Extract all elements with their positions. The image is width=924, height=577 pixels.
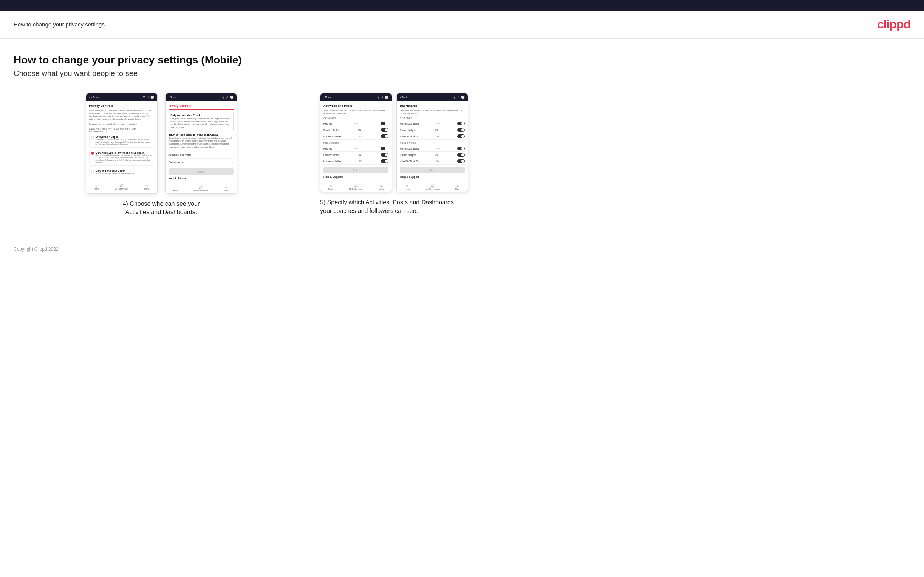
screen4-what-to-work-coaches-toggle[interactable] [457,134,465,138]
menu-icon-4: ⚪ [461,95,465,99]
top-bar [0,0,924,11]
screen4-mockup: ‹ Back ⚲ ♬ ⚪ Dashboards Select the dashb… [396,93,468,192]
radio-approved-title: Only Approved Followers and Your Coach [95,152,152,154]
screen4-nav: ‹ Back ⚲ ♬ ⚪ [397,93,468,101]
screen3-nav-icons: ⚲ ♬ ⚪ [377,95,388,99]
screen2-activities-item[interactable]: Activities and Posts › [168,151,234,159]
screen1-back[interactable]: ‹ < Back [89,96,99,98]
search-icon-3: ⚲ [377,95,380,99]
tab-performance-1[interactable]: 📈 My Performance [115,184,129,190]
screen2-nav-icons: ⚲ ♬ ⚪ [222,95,234,99]
screen3-drills-followers-toggle[interactable] [381,153,388,157]
screen2-activities-label: Activities and Posts [168,153,192,156]
menu-icon-3: ⚪ [385,95,388,99]
search-icon-2: ⚲ [222,95,225,99]
tab-performance-4[interactable]: 📈 My Performance [425,184,439,190]
menu-icon-1: ≡ [146,184,148,187]
tab-performance-2[interactable]: 📈 My Performance [194,185,208,192]
radio-only-you-title: Only You and Your Coach [95,169,134,172]
screen4-round-insights-coaches-toggle[interactable] [457,128,465,132]
screen3-help: Help & Support [323,176,388,178]
tab-home-2[interactable]: ⌂ Home [173,185,178,192]
screen3-coaches-label: COACHES [323,117,388,119]
screen4-round-insights-coaches-label: Round Insights [400,129,416,131]
screen3-rounds-coaches-toggle[interactable] [381,122,388,126]
screen3-rounds-followers-label: Rounds [323,147,332,150]
screen4-desc: Select the dashboards that you'd like to… [400,109,465,115]
tab-menu-3[interactable]: ≡ Menu [379,184,384,190]
screen4-player-dashboard-coaches-toggle[interactable] [457,122,465,126]
caption-right: 5) Specify which Activities, Posts and D… [320,198,456,215]
screen1-nav-icons: ⚲ ♬ ⚪ [143,95,154,99]
screen3-drills-coaches: Practice Drills ON [323,127,388,133]
screen2-dashboards-chevron: › [233,161,234,164]
screen4-back[interactable]: ‹ Back [400,96,407,98]
menu-icon-2: ⚪ [230,95,234,99]
screen2-nav: ‹ Back ⚲ ♬ ⚪ [166,93,237,101]
caption-left: 4) Choose who can see your Activities an… [112,200,210,217]
screen2-help: Help & Support [168,177,234,180]
breadcrumb: How to change your privacy settings [14,21,105,27]
radio-only-you-desc: Only you and the coaches you connect wit… [95,172,134,175]
screen4-player-dashboard-followers-toggle[interactable] [457,147,465,150]
tab-performance-label-1: My Performance [115,188,129,190]
menu-icon: ⚪ [150,95,154,99]
home-icon-4: ⌂ [406,184,408,188]
screen1-body-text: Control how you and your data appears to… [89,109,154,121]
tab-performance-3[interactable]: 📈 My Performance [349,184,363,190]
tab-menu-label-1: Menu [144,188,149,190]
screen4-what-to-work-followers-toggle[interactable] [457,160,465,163]
screen2-dashboards-item[interactable]: Dashboards › [168,159,234,166]
screen2-dashboards-label: Dashboards [168,161,183,163]
tab-menu-label-2: Menu [224,190,229,192]
screen2-save-btn[interactable]: Save [168,168,234,175]
screen1-section-label: Who Can See Your Activities and Dashboar… [89,128,154,132]
performance-icon-2: 📈 [199,185,203,189]
screen4-save-btn[interactable]: Save [400,167,465,173]
radio-everyone-desc: Everyone on Clippd can search for you an… [95,138,152,146]
tab-home-3[interactable]: ⌂ Home [328,184,333,190]
screen1-nav: ‹ < Back ⚲ ♬ ⚪ [86,93,157,101]
screen4-insights-coaches: Round Insights ON [400,127,465,133]
tab-home-1[interactable]: ⌂ Home [94,184,99,190]
screen3-rounds-followers-toggle[interactable] [381,147,388,150]
screen4-coaches-label: COACHES [400,117,465,119]
screen4-player-dashboard-coaches-label: Player Dashboard [400,122,420,125]
radio-only-you-circle [91,170,94,173]
performance-icon-1: 📈 [120,184,124,187]
screen1-body-text2: However you can control who can see your… [89,123,154,126]
tab-menu-4[interactable]: ≡ Menu [456,184,460,190]
tab-menu-1[interactable]: ≡ Menu [144,184,149,190]
screen4-round-insights-followers-toggle[interactable] [457,153,465,157]
screen4-work-followers: What To Work On ON [400,158,465,164]
screen3-followers-label: FOLLOWERS [323,142,388,144]
tab-menu-2[interactable]: ≡ Menu [224,185,229,192]
screen2-back[interactable]: ‹ Back [168,96,176,98]
radio-everyone[interactable]: Everyone on Clippd Everyone on Clippd ca… [89,134,154,148]
screen3-drills-coaches-label: Practice Drills [323,129,339,131]
performance-icon-4: 📈 [430,184,435,188]
menu-icon-3b: ≡ [380,184,382,188]
screen3-drills-coaches-toggle[interactable] [381,128,388,132]
screen3-manual-coaches-toggle[interactable] [381,134,388,138]
tab-performance-label-4: My Performance [425,188,439,190]
screen4-what-to-work-coaches-label: What To Work On [400,135,419,138]
screen4-player-dashboard-followers-label: Player Dashboard [400,147,420,150]
screen4-insights-followers: Round Insights ON [400,152,465,158]
screen4-what-to-work-followers-label: What To Work On [400,160,419,163]
radio-only-you[interactable]: Only You and Your Coach Only you and the… [89,168,154,177]
logo: clippd [877,18,910,31]
header: How to change your privacy settings clip… [0,11,924,39]
tab-home-4[interactable]: ⌂ Home [405,184,410,190]
screen3-save-btn[interactable]: Save [323,167,388,173]
screen4-followers-label: FOLLOWERS [400,142,465,144]
screen4-dashboard-coaches: Player Dashboard ON [400,121,465,127]
tab-home-label-3: Home [328,188,333,190]
screen3-nav: ‹ Back ⚲ ♬ ⚪ [320,93,391,101]
screen3-manual-followers-toggle[interactable] [381,160,388,163]
screen1-radio-group: Everyone on Clippd Everyone on Clippd ca… [89,134,154,176]
radio-approved[interactable]: Only Approved Followers and Your Coach O… [89,150,154,166]
screen3-back[interactable]: ‹ Back [323,96,331,98]
search-icon: ⚲ [143,95,145,99]
tab-home-label-4: Home [405,188,410,190]
